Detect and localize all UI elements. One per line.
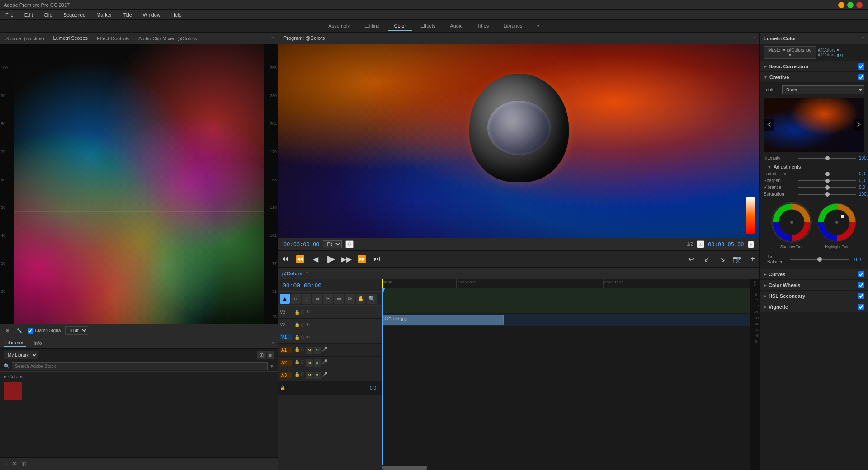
effect-controls-tab[interactable]: Effect Controls	[95, 35, 131, 42]
maximize-button[interactable]: □	[847, 2, 854, 8]
scope-wrench-icon[interactable]: 🔧	[15, 327, 24, 334]
step-back-button[interactable]: ⏪	[293, 252, 307, 266]
trash-icon[interactable]: 🗑	[20, 460, 28, 468]
pen-tool[interactable]: ✏	[345, 294, 355, 304]
camera-button[interactable]: 📷	[731, 252, 744, 266]
settings-monitor-button[interactable]: ⚙	[345, 240, 354, 248]
eye-icon[interactable]: 👁	[11, 460, 19, 468]
basic-correction-section[interactable]: ▶ Basic Correction	[760, 61, 868, 72]
intensity-slider[interactable]	[798, 158, 856, 159]
menu-title[interactable]: Title	[121, 11, 133, 19]
a3-solo-button[interactable]: S	[314, 372, 321, 379]
master-clip-button[interactable]: Master ▾ @Colors.jpg ▾	[764, 46, 816, 59]
timeline-menu-icon[interactable]: ≡	[306, 271, 309, 276]
fit-select[interactable]: Fit	[323, 240, 342, 248]
a2-mute-button[interactable]: M	[306, 359, 313, 367]
rate-stretch-tool[interactable]: ⇔	[312, 294, 322, 304]
shadow-tint-color-wheel[interactable]	[771, 202, 812, 243]
add-monitor-button[interactable]: +	[746, 252, 760, 266]
basic-correction-checkbox[interactable]	[858, 63, 864, 70]
highlight-tint-color-wheel[interactable]	[816, 202, 857, 243]
source-monitor-tab[interactable]: Source: (no clips)	[4, 35, 46, 42]
add-marker-button[interactable]: +	[748, 241, 754, 248]
tab-more[interactable]: »	[531, 21, 546, 31]
menu-edit[interactable]: Edit	[23, 11, 35, 19]
v3-lock-icon[interactable]: 🔒	[294, 310, 300, 315]
grid-view-button[interactable]: ⊞	[257, 351, 266, 359]
curves-section[interactable]: ▶ Curves	[760, 269, 868, 280]
tab-titles[interactable]: Titles	[471, 21, 495, 31]
scope-settings-icon[interactable]: ⚙	[4, 327, 11, 334]
v3-sync-icon[interactable]: ⬡	[301, 310, 305, 315]
a1-mic-icon[interactable]: 🎤	[322, 347, 327, 354]
look-next-button[interactable]: >	[854, 119, 863, 131]
look-prev-button[interactable]: <	[764, 119, 774, 131]
creative-checkbox[interactable]	[858, 74, 864, 80]
v2-lock-icon[interactable]: 🔒	[294, 322, 300, 327]
saturation-slider[interactable]	[798, 194, 856, 195]
tint-balance-slider[interactable]	[790, 259, 849, 260]
razor-tool[interactable]: ✂	[323, 294, 333, 304]
curves-checkbox[interactable]	[858, 271, 864, 277]
lumetri-scopes-tab[interactable]: Lumetri Scopes	[52, 34, 90, 42]
creative-section-header[interactable]: ▼ Creative	[760, 72, 868, 83]
search-input[interactable]	[12, 362, 268, 370]
a1-solo-button[interactable]: S	[314, 347, 321, 354]
fast-fwd-button[interactable]: ⏩	[355, 252, 368, 266]
insert-button[interactable]: ↙	[700, 252, 713, 266]
to-out-button[interactable]: ⏭	[370, 252, 384, 266]
color-wheels-section[interactable]: ▶ Color Wheels	[760, 280, 868, 291]
vignette-checkbox[interactable]	[858, 304, 864, 310]
scrollbar-thumb[interactable]	[382, 466, 427, 470]
v2-sync-icon[interactable]: ⬡	[301, 322, 305, 327]
zoom-tool[interactable]: 🔍	[367, 294, 377, 304]
v3-eye-icon[interactable]: 👁	[306, 310, 310, 315]
list-view-button[interactable]: ≡	[267, 351, 274, 359]
prev-frame-button[interactable]: ◀	[309, 252, 322, 266]
libraries-tab[interactable]: Libraries	[4, 339, 26, 347]
info-tab[interactable]: Info	[32, 339, 43, 347]
to-in-button[interactable]: ⏮	[278, 252, 292, 266]
color-wheels-checkbox[interactable]	[858, 282, 864, 288]
library-expand-icon[interactable]: »	[271, 340, 274, 345]
global-lock-icon[interactable]: 🔒	[280, 385, 285, 390]
a2-solo-button[interactable]: S	[314, 359, 321, 367]
tab-libraries[interactable]: Libraries	[497, 21, 528, 31]
vignette-section[interactable]: ▶ Vignette	[760, 301, 868, 312]
a3-lock-icon[interactable]: 🔒	[294, 372, 300, 379]
minimize-button[interactable]: −	[838, 2, 844, 8]
safe-zones-button[interactable]: ⊞	[697, 240, 704, 248]
tab-editing[interactable]: Editing	[358, 21, 386, 31]
color-swatch[interactable]	[4, 382, 22, 400]
timeline-scrollbar[interactable]	[382, 465, 750, 470]
a1-sync-icon[interactable]: ⬡	[301, 347, 305, 354]
clip-block-colors[interactable]: @Colors.jpg	[382, 315, 504, 325]
panel-menu-button[interactable]: ≡	[271, 36, 274, 41]
v1-sync-icon[interactable]: ⬡	[301, 335, 305, 340]
menu-help[interactable]: Help	[170, 11, 184, 19]
selection-tool[interactable]: ▲	[280, 294, 290, 304]
menu-window[interactable]: Window	[141, 11, 162, 19]
a2-lock-icon[interactable]: 🔒	[294, 359, 300, 367]
play-button[interactable]: ▶	[324, 252, 338, 266]
tab-assembly[interactable]: Assembly	[322, 21, 356, 31]
hand-tool[interactable]: ✋	[356, 294, 366, 304]
a3-sync-icon[interactable]: ⬡	[301, 372, 305, 379]
lumetri-menu-icon[interactable]: ≡	[862, 36, 864, 41]
adjustments-header[interactable]: ▼ Adjustments	[764, 162, 864, 171]
a3-mic-icon[interactable]: 🎤	[322, 372, 327, 379]
hsl-checkbox[interactable]	[858, 293, 864, 299]
look-select[interactable]: None	[782, 85, 864, 94]
v2-eye-icon[interactable]: 👁	[306, 322, 310, 327]
menu-marker[interactable]: Marker	[94, 11, 113, 19]
a2-mic-icon[interactable]: 🎤	[322, 359, 327, 367]
slip-tool[interactable]: ⇔	[334, 294, 344, 304]
add-library-button[interactable]: +	[4, 460, 9, 468]
tab-effects[interactable]: Effects	[414, 21, 442, 31]
menu-clip[interactable]: Clip	[42, 11, 54, 19]
overwrite-button[interactable]: ↘	[715, 252, 729, 266]
clamp-signal-input[interactable]	[28, 328, 33, 334]
program-monitor-menu[interactable]: ≡	[753, 36, 756, 41]
bit-depth-select[interactable]: 8 Bit	[65, 326, 88, 335]
search-dropdown-icon[interactable]: ▼	[269, 364, 274, 369]
